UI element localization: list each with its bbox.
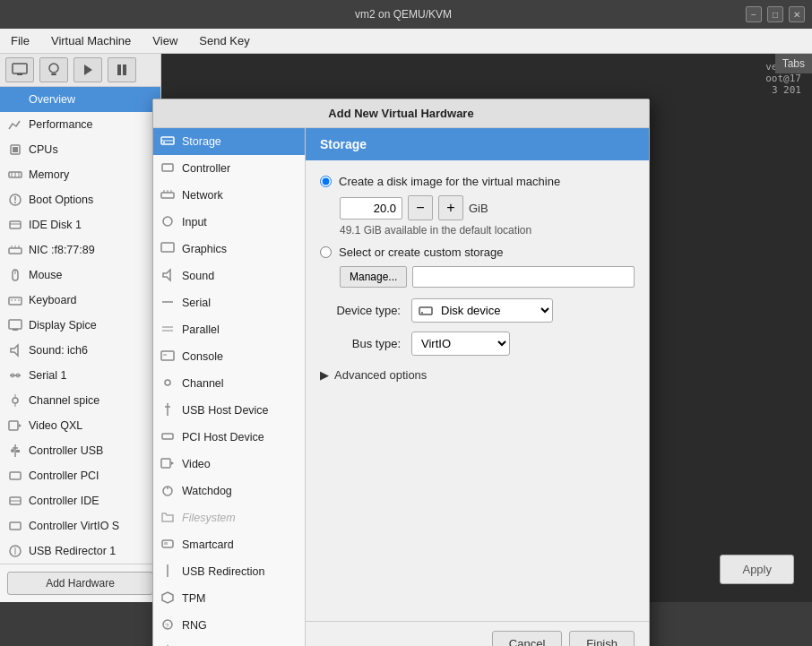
svg-rect-3 [51, 73, 56, 75]
create-disk-label[interactable]: Create a disk image for the virtual mach… [339, 175, 560, 188]
modal-footer: Cancel Finish [306, 621, 649, 646]
hw-input-icon [160, 214, 177, 230]
svg-rect-31 [9, 320, 22, 329]
hw-item-filesystem[interactable]: Filesystem [153, 504, 305, 531]
sidebar-item-ide-disk[interactable]: IDE Disk 1 [0, 212, 160, 237]
sidebar-item-nic[interactable]: NIC :f8:77:89 [0, 237, 160, 263]
hw-item-rng[interactable]: ? RNG [153, 612, 305, 639]
cancel-button[interactable]: Cancel [492, 631, 562, 646]
hw-item-controller[interactable]: Controller [153, 155, 305, 182]
decrease-size-button[interactable]: − [408, 195, 433, 220]
create-disk-radio-row: Create a disk image for the virtual mach… [320, 175, 635, 188]
sidebar-item-performance[interactable]: Performance [0, 112, 160, 137]
bulb-icon[interactable] [39, 57, 68, 82]
pause-icon[interactable] [108, 57, 136, 82]
svg-point-19 [14, 202, 16, 203]
sidebar-item-boot-options[interactable]: Boot Options [0, 187, 160, 212]
advanced-toggle-label: Advanced options [334, 368, 427, 382]
sidebar: Overview Performance CPUs Memory Boot Op… [0, 54, 161, 602]
svg-point-54 [163, 142, 165, 143]
hw-item-label-pci-host: PCI Host Device [182, 431, 264, 444]
menu-send-key[interactable]: Send Key [195, 32, 253, 49]
close-button[interactable]: ✕ [789, 6, 805, 22]
svg-rect-45 [16, 450, 20, 452]
svg-point-60 [163, 217, 172, 226]
manage-button[interactable]: Manage... [340, 266, 407, 288]
increase-size-button[interactable]: + [438, 195, 463, 220]
hw-filesystem-icon [160, 510, 177, 526]
hw-item-storage[interactable]: Storage [153, 128, 305, 155]
sidebar-item-label-display-spice: Display Spice [29, 319, 97, 332]
hw-item-panic-notifier[interactable]: Panic Notifier [153, 639, 305, 646]
sidebar-item-channel[interactable]: Channel spice [0, 388, 160, 413]
hw-item-tpm[interactable]: TPM [153, 585, 305, 612]
svg-rect-27 [9, 297, 22, 305]
hw-item-sound[interactable]: Sound [153, 263, 305, 289]
hw-item-channel[interactable]: Channel [153, 370, 305, 397]
sidebar-item-serial[interactable]: Serial 1 [0, 363, 160, 388]
sidebar-item-usb-redirector[interactable]: USB Redirector 1 [0, 538, 160, 564]
sidebar-item-video-qxl[interactable]: Video QXL [0, 413, 160, 438]
sidebar-item-controller-ide[interactable]: Controller IDE [0, 488, 160, 513]
hw-item-watchdog[interactable]: Watchdog [153, 478, 305, 504]
sidebar-item-label-mouse: Mouse [29, 269, 63, 281]
menu-file[interactable]: File [7, 32, 33, 49]
sidebar-item-keyboard[interactable]: Keyboard [0, 288, 160, 313]
custom-storage-label[interactable]: Select or create custom storage [339, 245, 504, 259]
sidebar-item-label-controller-ide: Controller IDE [29, 495, 99, 507]
sidebar-item-memory[interactable]: Memory [0, 162, 160, 187]
menubar: File Virtual Machine View Send Key [0, 29, 812, 54]
sidebar-item-display-spice[interactable]: Display Spice [0, 313, 160, 338]
hw-item-console[interactable]: Console [153, 343, 305, 370]
hw-item-usb-host[interactable]: USB Host Device [153, 397, 305, 424]
disk-device-icon [419, 304, 433, 318]
hw-item-usb-redirection[interactable]: USB Redirection [153, 558, 305, 585]
hw-channel-icon [160, 375, 177, 392]
hw-item-pci-host[interactable]: PCI Host Device [153, 424, 305, 451]
sidebar-item-cpus[interactable]: CPUs [0, 137, 160, 162]
finish-button[interactable]: Finish [569, 631, 635, 646]
hw-item-label-filesystem: Filesystem [182, 512, 236, 524]
svg-rect-77 [164, 542, 168, 545]
apply-button[interactable]: Apply [720, 555, 794, 584]
ide-disk-icon [7, 217, 23, 233]
hw-smartcard-icon [160, 537, 177, 553]
sidebar-item-controller-virtio[interactable]: Controller VirtIO S [0, 513, 160, 538]
menu-view[interactable]: View [149, 32, 181, 49]
hw-item-network[interactable]: Network [153, 182, 305, 209]
menu-virtual-machine[interactable]: Virtual Machine [48, 32, 134, 49]
hw-item-serial[interactable]: Serial [153, 289, 305, 316]
sidebar-item-label-memory: Memory [29, 168, 69, 181]
custom-storage-radio-row: Select or create custom storage [320, 245, 635, 259]
add-hardware-button[interactable]: Add Hardware [7, 572, 153, 595]
sidebar-item-controller-pci[interactable]: Controller PCI [0, 463, 160, 488]
hw-item-video[interactable]: Video [153, 451, 305, 478]
create-disk-radio[interactable] [320, 176, 332, 187]
svg-point-68 [165, 380, 170, 385]
bus-type-select[interactable]: VirtIO IDE SATA SCSI [411, 332, 510, 356]
disk-size-row: − + GiB [340, 195, 635, 220]
hw-item-input[interactable]: Input [153, 209, 305, 236]
sidebar-item-mouse[interactable]: Mouse [0, 263, 160, 288]
custom-path-input[interactable] [412, 266, 635, 288]
mouse-icon [7, 267, 23, 283]
size-unit-label: GiB [469, 202, 488, 215]
custom-storage-radio[interactable] [320, 246, 332, 258]
sidebar-item-controller-usb[interactable]: Controller USB [0, 438, 160, 463]
sidebar-item-sound[interactable]: Sound: ich6 [0, 338, 160, 363]
minimize-button[interactable]: − [746, 6, 762, 22]
hardware-type-list: Storage Controller Network [153, 128, 306, 646]
tabs-bar: Tabs [775, 54, 812, 73]
hw-item-graphics[interactable]: Graphics [153, 236, 305, 263]
sidebar-item-overview[interactable]: Overview [0, 87, 160, 112]
hw-item-label-parallel: Parallel [182, 323, 220, 336]
svg-rect-0 [13, 64, 27, 73]
sidebar-item-label-ide-disk: IDE Disk 1 [29, 219, 82, 231]
disk-size-input[interactable] [340, 197, 402, 220]
advanced-options-toggle[interactable]: ▶ Advanced options [320, 365, 635, 385]
hw-item-smartcard[interactable]: Smartcard [153, 531, 305, 558]
hw-item-parallel[interactable]: Parallel [153, 316, 305, 343]
maximize-button[interactable]: □ [767, 6, 783, 22]
play-icon[interactable] [73, 57, 102, 82]
screen-icon[interactable] [5, 57, 34, 82]
